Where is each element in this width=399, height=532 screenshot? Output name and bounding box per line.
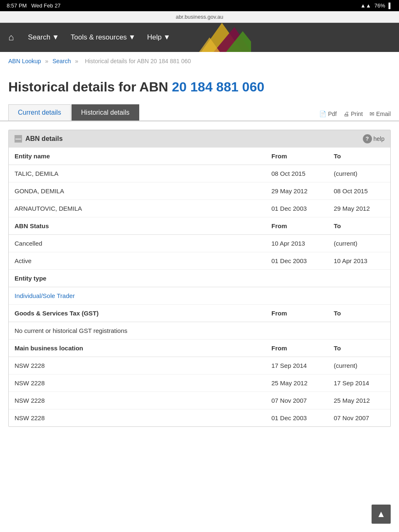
table-row: Active 01 Dec 2003 10 Apr 2013	[9, 252, 390, 269]
table-row: TALIC, DEMILA 08 Oct 2015 (current)	[9, 165, 390, 182]
url-bar[interactable]: abr.business.gov.au	[0, 11, 399, 23]
email-icon: ✉	[369, 111, 374, 117]
table-row: NSW 2228 17 Sep 2014 (current)	[9, 357, 390, 374]
email-label: Email	[376, 111, 391, 117]
from-col-header-2: From	[266, 217, 328, 234]
help-dropdown-icon: ▼	[163, 33, 170, 42]
abn-status-1-to: (current)	[328, 234, 390, 252]
table-row: NSW 2228 07 Nov 2007 25 May 2012	[9, 392, 390, 409]
entity-name-1-to: (current)	[328, 165, 390, 182]
breadcrumb-abn-lookup[interactable]: ABN Lookup	[8, 58, 41, 64]
tab-current-details[interactable]: Current details	[8, 104, 71, 121]
breadcrumb: ABN Lookup » Search » Historical details…	[0, 52, 399, 70]
abn-status-header-row: ABN Status From To	[9, 217, 390, 234]
abn-details-section: — ABN details ? help Entity name From To…	[8, 130, 391, 427]
location-3-to: 25 May 2012	[328, 392, 390, 409]
table-row: NSW 2228 25 May 2012 17 Sep 2014	[9, 374, 390, 392]
nav-tools-resources[interactable]: Tools & resources ▼	[65, 29, 141, 46]
entity-type-link[interactable]: Individual/Sole Trader	[15, 292, 75, 299]
gst-note: No current or historical GST registratio…	[9, 322, 390, 339]
location-4-to: 07 Nov 2007	[328, 409, 390, 426]
entity-name-2-from: 29 May 2012	[266, 182, 328, 200]
email-action[interactable]: ✉ Email	[369, 111, 391, 117]
entity-name-3-from: 01 Dec 2003	[266, 200, 328, 217]
abn-details-table: Entity name From To TALIC, DEMILA 08 Oct…	[9, 148, 390, 426]
print-label: Print	[351, 111, 363, 117]
navigation: ⌂ Search ▼ Tools & resources ▼ Help ▼	[0, 23, 399, 52]
abn-status-1: Cancelled	[9, 234, 266, 252]
battery-icon: ▌	[389, 2, 392, 9]
location-1: NSW 2228	[9, 357, 266, 374]
location-4-from: 01 Dec 2003	[266, 409, 328, 426]
to-col-header-1: To	[328, 148, 390, 165]
home-button[interactable]: ⌂	[4, 28, 18, 47]
status-time: 8:57 PM	[7, 2, 27, 9]
entity-name-2-to: 08 Oct 2015	[328, 182, 390, 200]
nav-search[interactable]: Search ▼	[22, 29, 65, 46]
location-4: NSW 2228	[9, 409, 266, 426]
abn-status-2-to: 10 Apr 2013	[328, 252, 390, 269]
collapse-button[interactable]: —	[15, 135, 22, 143]
location-2: NSW 2228	[9, 374, 266, 392]
help-button[interactable]: ? help	[363, 134, 384, 143]
from-col-header-1: From	[266, 148, 328, 165]
print-action[interactable]: 🖨 Print	[343, 111, 363, 117]
abn-status-col-header: ABN Status	[9, 217, 266, 234]
abn-link[interactable]: 20 184 881 060	[172, 79, 264, 94]
location-col-header: Main business location	[9, 339, 266, 357]
pdf-label: Pdf	[328, 111, 337, 117]
breadcrumb-sep-1: »	[45, 58, 50, 64]
tools-dropdown-icon: ▼	[128, 33, 135, 42]
help-circle-icon: ?	[363, 134, 372, 143]
section-header-left: — ABN details	[15, 135, 63, 143]
location-2-from: 25 May 2012	[266, 374, 328, 392]
abn-status-1-from: 10 Apr 2013	[266, 234, 328, 252]
from-col-header-3: From	[266, 304, 328, 322]
location-header-row: Main business location From To	[9, 339, 390, 357]
to-col-header-3: To	[328, 304, 390, 322]
breadcrumb-sep-2: »	[75, 58, 80, 64]
nav-help[interactable]: Help ▼	[141, 29, 176, 46]
abn-status-2-from: 01 Dec 2003	[266, 252, 328, 269]
section-header: — ABN details ? help	[9, 130, 390, 148]
pdf-icon: 📄	[319, 111, 326, 117]
location-3: NSW 2228	[9, 392, 266, 409]
page-title-prefix: Historical details for ABN	[8, 79, 172, 94]
tabs-left: Current details Historical details	[8, 104, 140, 121]
tabs-row: Current details Historical details 📄 Pdf…	[0, 104, 399, 121]
print-icon: 🖨	[343, 111, 349, 117]
location-1-from: 17 Sep 2014	[266, 357, 328, 374]
breadcrumb-current: Historical details for ABN 20 184 881 06…	[85, 58, 191, 64]
table-row: Individual/Sole Trader	[9, 287, 390, 304]
to-col-header-2: To	[328, 217, 390, 234]
tab-historical-details[interactable]: Historical details	[71, 104, 139, 121]
status-time-date: 8:57 PM Wed Feb 27	[7, 2, 61, 9]
entity-name-3-to: 29 May 2012	[328, 200, 390, 217]
table-row: GONDA, DEMILA 29 May 2012 08 Oct 2015	[9, 182, 390, 200]
from-col-header-4: From	[266, 339, 328, 357]
status-bar: 8:57 PM Wed Feb 27 ▲▲ 76% ▌	[0, 0, 399, 11]
section-title: ABN details	[25, 135, 63, 143]
entity-name-2: GONDA, DEMILA	[9, 182, 266, 200]
pdf-action[interactable]: 📄 Pdf	[319, 111, 337, 117]
search-dropdown-icon: ▼	[52, 33, 59, 42]
table-row: ARNAUTOVIC, DEMILA 01 Dec 2003 29 May 20…	[9, 200, 390, 217]
table-row: No current or historical GST registratio…	[9, 322, 390, 339]
url-text: abr.business.gov.au	[176, 14, 224, 20]
gst-header-row: Goods & Services Tax (GST) From To	[9, 304, 390, 322]
site-logo	[176, 23, 251, 52]
to-col-header-4: To	[328, 339, 390, 357]
status-right: ▲▲ 76% ▌	[360, 2, 392, 9]
entity-name-header-row: Entity name From To	[9, 148, 390, 165]
entity-name-3: ARNAUTOVIC, DEMILA	[9, 200, 266, 217]
breadcrumb-search[interactable]: Search	[52, 58, 71, 64]
gst-col-header: Goods & Services Tax (GST)	[9, 304, 266, 322]
table-row: Cancelled 10 Apr 2013 (current)	[9, 234, 390, 252]
entity-type-col-header: Entity type	[9, 269, 390, 287]
entity-type-header-row: Entity type	[9, 269, 390, 287]
entity-type-value: Individual/Sole Trader	[9, 287, 390, 304]
tab-actions: 📄 Pdf 🖨 Print ✉ Email	[319, 111, 391, 121]
help-label: help	[374, 135, 384, 142]
entity-name-col-header: Entity name	[9, 148, 266, 165]
entity-name-1: TALIC, DEMILA	[9, 165, 266, 182]
